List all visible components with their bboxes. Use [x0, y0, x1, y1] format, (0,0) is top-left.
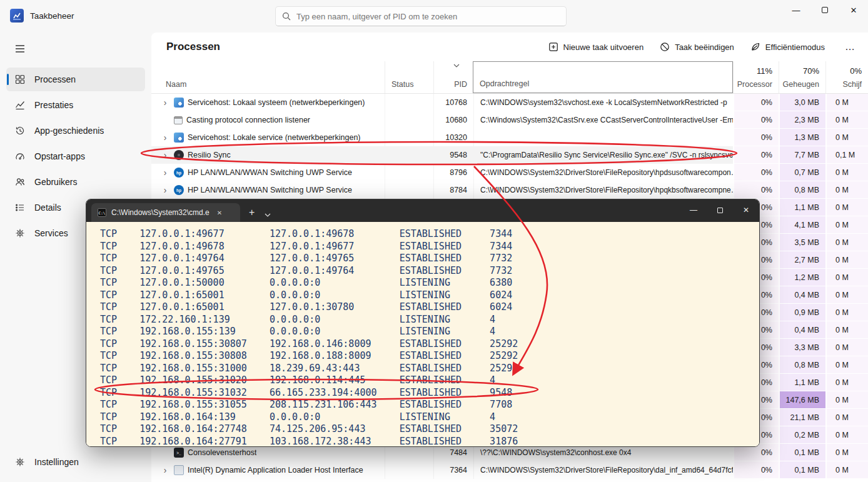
memory-value: 0,4 MB — [779, 321, 825, 339]
column-header-pid[interactable]: PID — [433, 61, 473, 93]
cpu-value: 0% — [733, 146, 779, 164]
efficiency-mode-button[interactable]: Efficiëntiemodus — [750, 42, 825, 52]
sidebar-item-processen[interactable]: Processen — [6, 68, 145, 91]
memory-value: 7,7 MB — [779, 146, 825, 164]
cmd-icon: C:\ — [98, 208, 106, 217]
disk-value: 0,1 M — [825, 146, 868, 164]
process-name: Consolevensterhost — [188, 448, 256, 457]
services-icon — [15, 228, 25, 238]
intel-icon — [174, 465, 184, 475]
expand-chevron-icon[interactable]: › — [160, 133, 170, 142]
sidebar-item-app-geschiedenis[interactable]: App-geschiedenis — [6, 119, 145, 143]
cmd-tab[interactable]: C:\ C:\Windows\System32\cmd.e ✕ — [91, 203, 240, 222]
disk-value: 0 M — [825, 269, 868, 286]
memory-total-percent: 70% — [803, 66, 819, 76]
process-cmdline: C:\WINDOWS\System32\DriverStore\FileRepo… — [473, 164, 733, 181]
sidebar-item-label: Services — [34, 228, 68, 238]
process-cmdline: C:\WINDOWS\System32\DriverStore\FileRepo… — [473, 461, 733, 479]
column-header-schijf[interactable]: 0% Schijf — [825, 61, 868, 93]
process-status — [385, 164, 433, 181]
expand-chevron-icon[interactable]: › — [160, 168, 170, 177]
terminal-output: TCP 127.0.0.1:49677 127.0.0.1:49678 ESTA… — [86, 222, 759, 447]
disk-header-label: Schijf — [842, 80, 862, 89]
more-options-button[interactable]: … — [841, 41, 859, 53]
process-cmdline: C:\WINDOWS\system32\svchost.exe -k Local… — [473, 94, 733, 111]
process-status — [385, 94, 433, 111]
minimize-button[interactable]: — — [782, 0, 810, 20]
hamburger-icon — [15, 45, 25, 53]
process-row[interactable]: ›hpHP LAN/WLAN/WWAN Switching UWP Servic… — [151, 181, 868, 199]
process-row[interactable]: ›Intel(R) Dynamic Application Loader Hos… — [151, 461, 868, 479]
process-status — [385, 181, 433, 199]
menu-toggle-button[interactable] — [9, 39, 31, 59]
process-row[interactable]: Casting protocol connection listener1068… — [151, 111, 868, 129]
sidebar-item-label: App-geschiedenis — [34, 126, 104, 136]
history-icon — [15, 126, 25, 136]
process-pid: 10768 — [433, 94, 473, 111]
disk-value: 0 M — [825, 129, 868, 146]
cmd-maximize-icon — [717, 208, 723, 213]
process-row[interactable]: ›hpHP LAN/WLAN/WWAN Switching UWP Servic… — [151, 164, 868, 181]
efficiency-mode-label: Efficiëntiemodus — [765, 43, 825, 52]
cmd-window[interactable]: C:\ C:\Windows\System32\cmd.e ✕ + — ✕ TC… — [86, 199, 760, 447]
startup-icon — [15, 151, 25, 161]
process-row[interactable]: ›Resilio Sync9548"C:\ProgramData\Resilio… — [151, 146, 868, 164]
memory-value: 1,1 MB — [779, 199, 825, 216]
process-name: HP LAN/WLAN/WWAN Switching UWP Service — [188, 168, 352, 177]
column-header-processor[interactable]: 11% Processor — [733, 61, 779, 93]
maximize-button[interactable] — [810, 0, 839, 20]
cmd-body[interactable]: TCP 127.0.0.1:49677 127.0.0.1:49678 ESTA… — [86, 222, 759, 447]
cpu-value: 0% — [733, 111, 779, 129]
process-row[interactable]: ›Servicehost: Lokaal systeem (netwerkbep… — [151, 94, 868, 111]
cmd-tab-close-icon[interactable]: ✕ — [217, 209, 222, 216]
close-button[interactable]: ✕ — [839, 0, 868, 20]
disk-value: 0 M — [825, 409, 868, 426]
search-input[interactable] — [296, 12, 560, 21]
cmd-new-tab-button[interactable]: + — [249, 207, 255, 218]
settings-gear-icon — [15, 457, 25, 467]
new-task-button[interactable]: Nieuwe taak uitvoeren — [548, 42, 644, 52]
efficiency-leaf-icon — [750, 42, 760, 52]
cmd-maximize-button[interactable] — [707, 199, 733, 221]
sidebar-item-instellingen[interactable]: Instellingen — [6, 450, 145, 474]
column-header-status[interactable]: Status — [385, 61, 433, 93]
process-row[interactable]: ›Servicehost: Lokale service (netwerkbep… — [151, 129, 868, 146]
process-cmdline — [473, 129, 733, 146]
sidebar-item-gebruikers[interactable]: Gebruikers — [6, 170, 145, 194]
memory-value: 0,2 MB — [779, 426, 825, 444]
disk-value: 0 M — [825, 94, 868, 111]
memory-value: 0,4 MB — [779, 286, 825, 304]
column-header-geheugen[interactable]: 70% Geheugen — [779, 61, 825, 93]
column-header-opdrachtregel[interactable]: Opdrachtregel — [473, 61, 733, 93]
cmd-minimize-button[interactable]: — — [680, 199, 707, 221]
process-name-cell: Casting protocol connection listener — [151, 111, 385, 129]
hp-icon: hp — [174, 185, 184, 195]
cmd-tab-dropdown-icon[interactable] — [265, 213, 271, 217]
memory-value: 1,1 MB — [779, 374, 825, 391]
disk-value: 0 M — [825, 321, 868, 339]
process-name: Servicehost: Lokaal systeem (netwerkbepe… — [188, 98, 365, 107]
end-task-icon — [660, 42, 670, 52]
column-header-naam[interactable]: Naam — [151, 61, 385, 93]
disk-value: 0 M — [825, 216, 868, 234]
end-task-button[interactable]: Taak beëindigen — [660, 42, 734, 52]
search-box[interactable] — [275, 6, 567, 26]
expand-chevron-icon[interactable]: › — [160, 98, 170, 107]
expand-chevron-icon[interactable]: › — [160, 151, 170, 159]
cmd-close-button[interactable]: ✕ — [733, 199, 759, 221]
expand-chevron-icon[interactable]: › — [160, 466, 170, 474]
process-status — [385, 111, 433, 129]
process-name: Servicehost: Lokale service (netwerkbepe… — [188, 133, 361, 142]
process-pid: 8796 — [433, 164, 473, 181]
disk-value: 0 M — [825, 356, 868, 374]
disk-value: 0 M — [825, 461, 868, 479]
expand-chevron-icon[interactable]: › — [160, 186, 170, 194]
process-name: Resilio Sync — [188, 151, 231, 159]
sidebar-item-prestaties[interactable]: Prestaties — [6, 93, 145, 117]
memory-value: 0,9 MB — [779, 304, 825, 321]
disk-value: 0 M — [825, 304, 868, 321]
sidebar-item-opstart-apps[interactable]: Opstart-apps — [6, 144, 145, 168]
process-pid: 9548 — [433, 146, 473, 164]
sidebar-item-label: Processen — [34, 74, 76, 84]
users-icon — [15, 177, 25, 187]
